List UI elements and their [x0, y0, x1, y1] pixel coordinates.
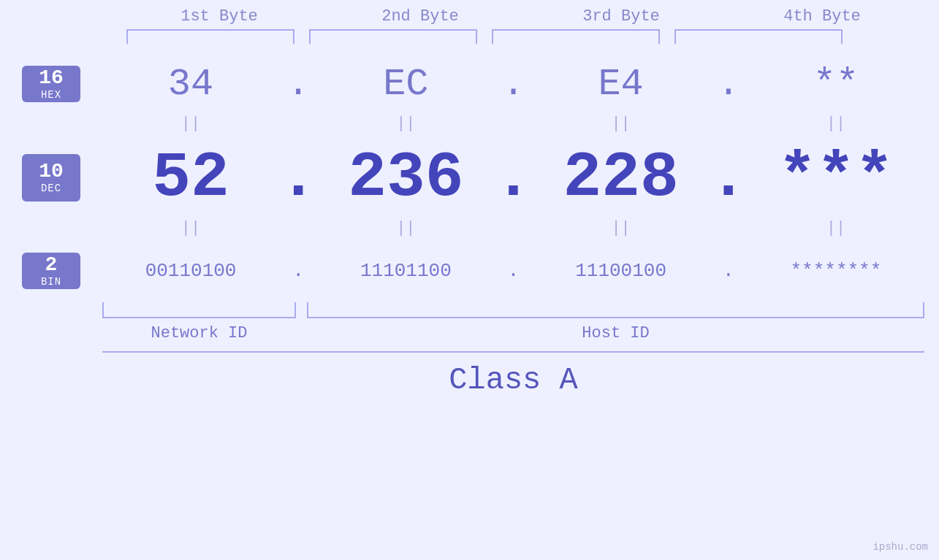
- bin-b4: ********: [752, 260, 920, 282]
- equals-row-1: || || || ||: [102, 111, 939, 137]
- class-bracket-line: [102, 351, 924, 353]
- host-id-label: Host ID: [307, 324, 924, 342]
- main-container: 1st Byte 2nd Byte 3rd Byte 4th Byte 16 H…: [0, 0, 939, 560]
- dec-b3: 228: [537, 142, 705, 214]
- bottom-brackets: [102, 302, 924, 318]
- hex-b4: **: [752, 63, 920, 106]
- hex-badge-col: 16 HEX: [0, 58, 102, 110]
- bin-b1: 00110100: [107, 260, 275, 282]
- eq2-b3: ||: [537, 219, 705, 237]
- dec-d1: .: [284, 142, 313, 214]
- hex-d2: .: [498, 63, 528, 106]
- hex-d1: .: [284, 63, 313, 106]
- eq2-b4: ||: [752, 219, 920, 237]
- byte4-header: 4th Byte: [738, 7, 906, 26]
- bin-row: 00110100 . 11101100 . 11100100 . *******…: [102, 260, 924, 282]
- bin-d3: .: [714, 260, 743, 282]
- dec-row: 52 . 236 . 228 . ***: [102, 142, 924, 214]
- bin-badge-col: 2 BIN: [0, 245, 102, 296]
- eq1-b2: ||: [322, 115, 490, 133]
- watermark: ipshu.com: [873, 541, 928, 553]
- dec-badge-col: 10 DEC: [0, 141, 102, 214]
- eq1-b1: ||: [107, 115, 275, 133]
- dec-badge: 10 DEC: [22, 154, 80, 202]
- byte-headers: 1st Byte 2nd Byte 3rd Byte 4th Byte: [119, 7, 923, 26]
- dec-d2: .: [498, 142, 528, 214]
- bracket-b2: [309, 29, 477, 44]
- eq2-b1: ||: [107, 219, 275, 237]
- bracket-b3: [492, 29, 660, 44]
- dec-b4: ***: [752, 142, 920, 214]
- byte1-header: 1st Byte: [135, 7, 303, 26]
- equals-row-2: || || || ||: [102, 215, 939, 241]
- eq2-b2: ||: [322, 219, 490, 237]
- hex-row: 34 . EC . E4 . **: [102, 63, 924, 106]
- dec-d3: .: [714, 142, 743, 214]
- class-section: Class A: [102, 351, 939, 398]
- eq1-b3: ||: [537, 115, 705, 133]
- bracket-b1: [126, 29, 294, 44]
- hex-d3: .: [714, 63, 743, 106]
- bin-b3: 11100100: [537, 260, 705, 282]
- dec-values-row: 52 . 236 . 228 . ***: [102, 142, 939, 214]
- byte2-header: 2nd Byte: [336, 7, 504, 26]
- equals-hex-dec: || || || ||: [102, 111, 924, 137]
- dec-b1: 52: [107, 142, 275, 214]
- hex-b1: 34: [107, 63, 275, 106]
- byte3-header: 3rd Byte: [537, 7, 705, 26]
- dec-b2: 236: [322, 142, 490, 214]
- host-bracket: [307, 302, 924, 318]
- equals-dec-bin: || || || ||: [102, 215, 924, 241]
- hex-b2: EC: [322, 63, 490, 106]
- network-id-label: Network ID: [102, 324, 296, 342]
- hex-b3: E4: [537, 63, 705, 106]
- top-bracket-row: [119, 29, 923, 44]
- hex-badge: 16 HEX: [22, 66, 80, 102]
- bin-badge: 2 BIN: [22, 253, 80, 289]
- network-host-labels: Network ID Host ID: [102, 324, 924, 342]
- bin-d2: .: [498, 260, 528, 282]
- bin-values-row: 00110100 . 11101100 . 11100100 . *******…: [102, 260, 939, 282]
- network-bracket: [102, 302, 296, 318]
- class-label: Class A: [102, 363, 924, 398]
- bin-d1: .: [284, 260, 313, 282]
- bracket-b4: [674, 29, 843, 44]
- bin-b2: 11101100: [322, 260, 490, 282]
- hex-values-row: 34 . EC . E4 . **: [102, 63, 939, 106]
- eq1-b4: ||: [752, 115, 920, 133]
